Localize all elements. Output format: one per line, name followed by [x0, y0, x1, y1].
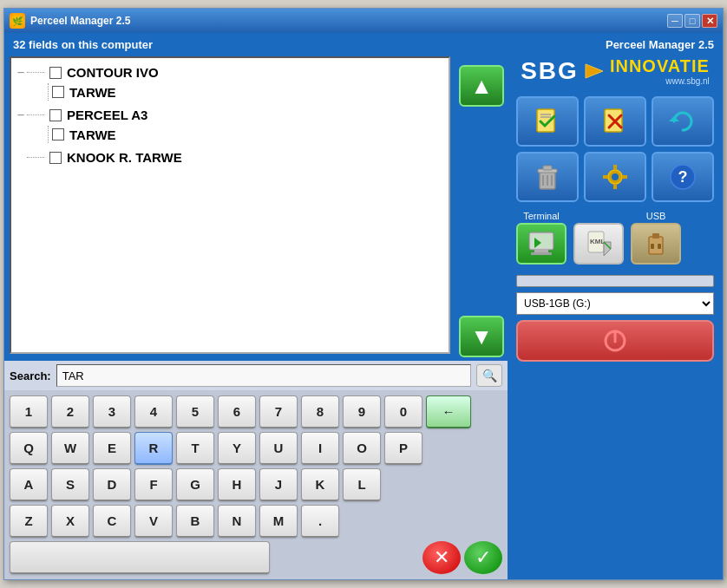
checkbox-knook[interactable] — [49, 152, 62, 164]
terminal-col: Terminal — [516, 211, 567, 265]
window-controls: ─ □ ✕ — [667, 14, 717, 28]
titlebar: 🌿 Perceel Manager 2.5 ─ □ ✕ — [4, 9, 723, 33]
right-app-name: Perceel Manager 2.5 — [516, 38, 714, 51]
key-8[interactable]: 8 — [301, 395, 339, 428]
svg-rect-34 — [658, 244, 661, 249]
key-3[interactable]: 3 — [93, 395, 131, 428]
close-button[interactable]: ✕ — [702, 14, 717, 28]
trash-action-button[interactable] — [516, 152, 579, 202]
help-action-button[interactable]: ? — [652, 152, 714, 202]
h-line-perceel — [27, 114, 44, 115]
usb-drive-select[interactable]: USB-1GB (G:) — [516, 292, 714, 315]
key-y[interactable]: Y — [218, 432, 256, 465]
key-i[interactable]: I — [301, 432, 339, 465]
svg-rect-19 — [622, 175, 627, 179]
key-w[interactable]: W — [51, 432, 89, 465]
key-n[interactable]: N — [218, 505, 256, 538]
usb-device-icon — [642, 230, 670, 258]
kml-icon: KML — [585, 230, 612, 258]
tree-group-knook: ─ KNOOK R. TARWE — [15, 148, 445, 167]
field-tree[interactable]: ─ CONTOUR IVO TARWE — [10, 56, 450, 354]
key-c[interactable]: C — [93, 505, 131, 538]
move-up-button[interactable]: ▲ — [459, 65, 504, 107]
key-r[interactable]: R — [134, 432, 173, 465]
checkbox-tarwe-2[interactable] — [52, 128, 64, 140]
usb-col: USB — [631, 211, 681, 265]
keyboard: 1 2 3 4 5 6 7 8 9 0 ← Q W E R — [4, 390, 508, 579]
key-q[interactable]: Q — [10, 432, 48, 465]
checkbox-perceel-a3[interactable] — [49, 109, 62, 121]
refresh-action-button[interactable] — [652, 96, 714, 147]
svg-rect-25 — [531, 252, 552, 255]
move-down-button[interactable]: ▼ — [459, 316, 504, 357]
tree-child-tarwe1: TARWE — [41, 82, 445, 102]
key-l[interactable]: L — [343, 468, 381, 501]
confirm-button-key[interactable]: ✓ — [464, 541, 502, 574]
key-t[interactable]: T — [176, 432, 214, 465]
tools-action-button[interactable] — [584, 152, 646, 202]
terminal-icon — [527, 231, 555, 257]
save-action-button[interactable] — [516, 96, 579, 147]
key-dot[interactable]: . — [301, 505, 339, 538]
checkbox-contour-ivo[interactable] — [49, 67, 62, 79]
usb-button[interactable] — [631, 223, 681, 265]
key-x[interactable]: X — [51, 505, 89, 538]
minimize-button[interactable]: ─ — [667, 14, 683, 28]
key-h[interactable]: H — [218, 468, 256, 501]
fields-header: 32 fields on this computer — [4, 33, 508, 56]
key-g[interactable]: G — [176, 468, 214, 501]
key-j[interactable]: J — [259, 468, 298, 501]
qwerty-row: Q W E R T Y U I O P — [10, 432, 502, 465]
key-d[interactable]: D — [93, 468, 131, 501]
cancel-button-key[interactable]: ✕ — [422, 541, 461, 574]
key-6[interactable]: 6 — [218, 395, 256, 428]
key-p[interactable]: P — [384, 432, 422, 465]
key-0[interactable]: 0 — [384, 395, 422, 428]
tree-item-knook[interactable]: ─ KNOOK R. TARWE — [15, 148, 445, 167]
expand-icon-perceel[interactable]: ─ — [15, 109, 27, 121]
search-label: Search: — [10, 369, 51, 382]
tree-child-tarwe2: TARWE — [41, 124, 445, 145]
maximize-button[interactable]: □ — [684, 14, 700, 28]
label-tarwe-1: TARWE — [69, 85, 116, 100]
kml-col: KML — [573, 221, 624, 265]
search-input[interactable] — [56, 364, 471, 387]
usb-label: USB — [646, 211, 666, 221]
expand-icon-contour[interactable]: ─ — [15, 67, 27, 79]
key-4[interactable]: 4 — [134, 395, 173, 428]
key-s[interactable]: S — [51, 468, 89, 501]
key-5[interactable]: 5 — [176, 395, 214, 428]
label-knook: KNOOK R. TARWE — [67, 150, 182, 165]
svg-text:?: ? — [678, 168, 688, 186]
zxcv-row: Z X C V B N M . — [10, 505, 502, 538]
key-2[interactable]: 2 — [51, 395, 89, 428]
backspace-key[interactable]: ← — [426, 395, 471, 428]
key-9[interactable]: 9 — [343, 395, 381, 428]
key-m[interactable]: M — [259, 505, 298, 538]
key-b[interactable]: B — [176, 505, 214, 538]
tree-item-contour-ivo[interactable]: ─ CONTOUR IVO — [15, 63, 445, 82]
key-v[interactable]: V — [134, 505, 173, 538]
key-1[interactable]: 1 — [10, 395, 48, 428]
key-a[interactable]: A — [10, 468, 48, 501]
key-z[interactable]: Z — [10, 505, 48, 538]
spacebar-key[interactable] — [10, 541, 270, 574]
spacebar-row: ✕ ✓ — [10, 541, 502, 574]
key-f[interactable]: F — [134, 468, 173, 501]
tree-item-perceel-a3[interactable]: ─ PERCEEL A3 — [15, 106, 445, 124]
key-7[interactable]: 7 — [259, 395, 298, 428]
save-icon — [532, 106, 563, 137]
tools-icon — [599, 161, 631, 193]
kml-button[interactable]: KML — [573, 223, 624, 265]
terminal-button[interactable] — [516, 223, 567, 265]
key-e[interactable]: E — [93, 432, 131, 465]
search-row: Search: 🔍 — [4, 361, 508, 390]
key-k[interactable]: K — [301, 468, 339, 501]
key-u[interactable]: U — [259, 432, 298, 465]
checkbox-tarwe-1[interactable] — [52, 86, 64, 98]
delete-action-button[interactable] — [584, 96, 646, 147]
search-button[interactable]: 🔍 — [476, 364, 502, 387]
key-o[interactable]: O — [343, 432, 381, 465]
power-button[interactable] — [516, 320, 714, 362]
sbg-url: www.sbg.nl — [610, 76, 710, 86]
